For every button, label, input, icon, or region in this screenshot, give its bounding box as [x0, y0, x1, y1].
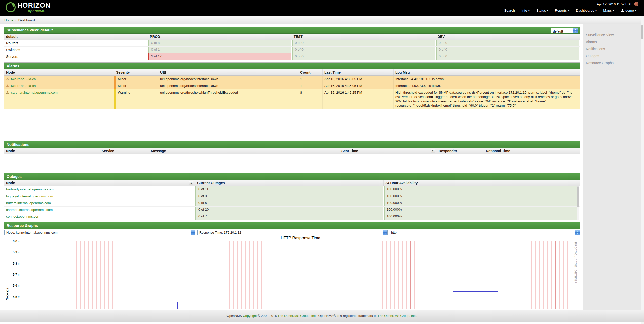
outage-node-link[interactable]: butters.internal.opennms.com [6, 201, 51, 205]
surveillance-cell[interactable]: 0 of 1 [148, 47, 292, 53]
alarm-count: 1 [298, 82, 323, 89]
outages-column-header: Node ▲ Current Outages 24 Hour Availabil… [4, 180, 580, 186]
horizon-logo[interactable]: HORIZON openNMS [6, 2, 51, 13]
footer-opennms-group-link[interactable]: The OpenNMS Group, Inc. [377, 314, 416, 318]
notifications-col-sent-time: Sent Time ▼ [339, 148, 437, 154]
breadcrumb-separator: / [15, 18, 16, 22]
footer-copyright-link[interactable]: Copyright [243, 314, 257, 318]
nav-status[interactable]: Status▾ [536, 9, 548, 12]
stepper-up-icon: ▲ [192, 231, 194, 232]
alarm-node-link[interactable]: two-rr-nc-2-la-ca [11, 77, 36, 81]
chart-y-tick-label: 6.0 m [13, 240, 20, 243]
sidebar-item-surveillance-view[interactable]: Surveillance View [583, 31, 641, 38]
resource-select[interactable]: Response Time: 172.20.1.12 ▲▼ [197, 230, 388, 235]
outage-node-link[interactable]: connect.opennms.com [6, 215, 40, 218]
alarm-uei: uei.opennms.org/nodes/interfaceDown [158, 82, 298, 89]
caret-down-icon: ▾ [547, 9, 548, 12]
outage-current[interactable]: 0 of 5 [195, 200, 384, 206]
notifications-col-message: Message [149, 148, 339, 154]
nav-status-label: Status [536, 9, 546, 12]
response-time-plot: RRDTOOL / TOBI OETIKER [24, 241, 577, 309]
nav-search-label: Search [504, 9, 515, 12]
outage-row: connect.opennms.com 0 of 7 100.000% [4, 213, 580, 220]
sidebar-item-outages[interactable]: Outages [583, 52, 641, 59]
chart-y-tick-label: 5.5 m [13, 295, 20, 299]
nav-dashboards[interactable]: Dashboards▾ [576, 9, 597, 12]
sidebar-item-alarms[interactable]: Alarms [583, 38, 641, 45]
surveillance-column-header: default PROD TEST DEV [4, 34, 580, 40]
caret-down-icon: ▾ [595, 9, 597, 12]
nav-info[interactable]: Info▾ [521, 9, 530, 12]
resource-graphs-panel-header: Resource Graphs [4, 222, 580, 229]
main-content: Surveillance view: default default ▲▼ de… [4, 24, 580, 309]
breadcrumb-home-link[interactable]: Home [4, 18, 13, 22]
nav-info-label: Info [521, 9, 527, 12]
surveillance-view-select[interactable]: default ▲▼ [551, 28, 578, 33]
surveillance-cell[interactable]: 0 of 8 [148, 40, 292, 46]
outage-row: biggayal.internal.opennms.com 0 of 3 100… [4, 193, 580, 200]
surveillance-cell[interactable]: 0 of 0 [292, 53, 436, 60]
warning-triangle-icon: ⚠ [6, 77, 9, 81]
surveillance-row-label: Servers [4, 53, 148, 60]
nav-reports[interactable]: Reports▾ [555, 9, 569, 12]
chart-line-segment [177, 302, 224, 309]
resource-select-value: Response Time: 172.20.1.12 [199, 231, 241, 234]
nav-reports-label: Reports [555, 9, 567, 12]
stepper-up-icon: ▲ [575, 28, 576, 30]
alarm-node-link[interactable]: cartman.internal.opennms.com [11, 91, 57, 94]
resource-graphs-panel: Resource Graphs Node: kenny.internal.ope… [4, 222, 580, 309]
surveillance-cell[interactable]: 0 of 0 [436, 47, 580, 53]
alarm-severity: Warning [114, 89, 158, 109]
nav-dashboards-label: Dashboards [576, 9, 594, 12]
surveillance-cell[interactable]: 0 of 0 [292, 40, 436, 46]
outage-current[interactable]: 0 of 3 [195, 193, 384, 200]
notifications-panel-header: Notifications [4, 141, 580, 148]
select-stepper-icon: ▲▼ [573, 28, 578, 33]
outage-current[interactable]: 0 of 20 [195, 207, 384, 213]
page-scrollbar[interactable] [641, 16, 644, 324]
breadcrumb-current: Dashboard [18, 18, 35, 22]
footer-opennms-group-link[interactable]: The OpenNMS Group, Inc. [278, 314, 317, 318]
outage-current[interactable]: 0 of 11 [195, 186, 384, 193]
chart-title: HTTP Response Time [24, 236, 577, 240]
alarms-panel: Alarms Node Severity UEI Count Last Time… [4, 62, 580, 138]
alarm-last-time: Apr 15, 2016 1:42:25 PM [323, 89, 394, 109]
surveillance-cell[interactable]: 1 of 17 [148, 53, 292, 60]
node-select[interactable]: Node: kenny.internal.opennms.com ▲▼ [4, 230, 195, 235]
nav-search[interactable]: Search [504, 9, 515, 12]
select-stepper-icon: ▲▼ [191, 230, 195, 235]
sort-asc-button[interactable]: ▲ [189, 181, 193, 185]
outages-scrollbar-thumb[interactable] [577, 187, 579, 207]
surveillance-cell[interactable]: 0 of 0 [436, 40, 580, 46]
surveillance-col-dev: DEV [436, 34, 580, 40]
sidebar-item-resource-graphs[interactable]: Resource Graphs [583, 59, 641, 67]
outage-current[interactable]: 0 of 7 [195, 213, 384, 220]
outages-scrollbar[interactable] [577, 186, 579, 220]
graph-select[interactable]: http ▲▼ [389, 230, 580, 235]
chart-y-tick-label: 5.6 m [13, 284, 20, 288]
notifications-col-responder: Responder [437, 148, 484, 154]
sidebar-item-notifications[interactable]: Notifications [583, 45, 641, 52]
surveillance-cell[interactable]: 0 of 0 [292, 47, 436, 53]
alarm-node-link[interactable]: two-rr-nc-2-la-ca [11, 84, 36, 88]
page-scrollbar-thumb[interactable] [641, 25, 643, 39]
nav-maps[interactable]: Maps▾ [603, 9, 614, 12]
alarm-log-msg: Interface 24.93.73.62 is down. [394, 82, 580, 89]
notice-status-badge[interactable] [634, 2, 638, 6]
sort-desc-button[interactable]: ▼ [431, 149, 435, 153]
alarms-panel-header: Alarms [4, 63, 580, 69]
surveillance-col-default: default [4, 34, 148, 40]
notifications-column-header: Node Service Message Sent Time ▼ Respond… [4, 148, 580, 154]
nav-user-menu[interactable]: demo ▾ [621, 9, 636, 12]
chart-y-tick-label: 5.7 m [13, 273, 20, 277]
outage-node-link[interactable]: cartman.internal.opennms.com [6, 208, 53, 212]
surveillance-cell[interactable]: 0 of 0 [436, 53, 580, 60]
notifications-col-service: Service [100, 148, 149, 154]
outage-node-link[interactable]: biggayal.internal.opennms.com [6, 194, 53, 198]
outage-node-link[interactable]: barbrady.internal.opennms.com [6, 187, 54, 191]
alarm-uei: uei.opennms.org/nodes/interfaceDown [158, 76, 298, 82]
alarm-count: 8 [298, 89, 323, 109]
surveillance-panel-title: Surveillance view: default [7, 28, 53, 32]
select-stepper-icon: ▲▼ [383, 230, 387, 235]
notifications-col-node: Node [4, 148, 100, 154]
